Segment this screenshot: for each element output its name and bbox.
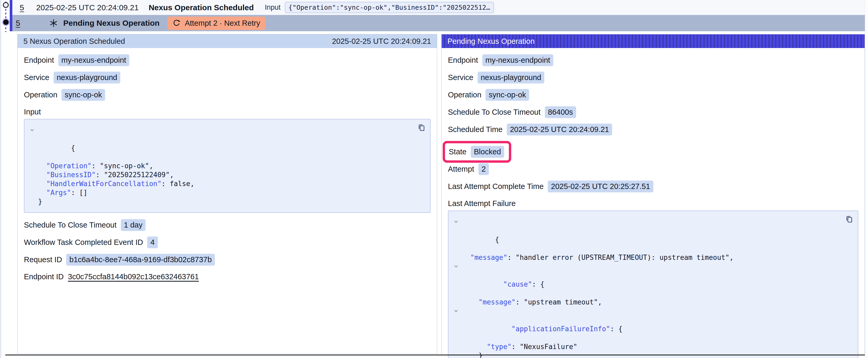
retry-icon bbox=[173, 19, 181, 27]
collapse-chevron-icon[interactable] bbox=[454, 308, 459, 313]
collapse-chevron-icon[interactable] bbox=[454, 219, 459, 224]
field-value: 86400s bbox=[545, 106, 576, 118]
field-label: Last Attempt Complete Time bbox=[448, 182, 544, 191]
field-row-service: Service nexus-playground bbox=[448, 72, 858, 84]
endpoint-id-link[interactable]: 3c0c75ccfa8144b092c13ce632463761 bbox=[68, 272, 199, 281]
event-id-link[interactable]: 5 bbox=[20, 3, 24, 12]
event-detail-panel: 5 Nexus Operation Scheduled 2025-02-25 U… bbox=[17, 34, 437, 354]
json-line: "BusinessID": "20250225122409", bbox=[28, 170, 423, 179]
field-row-schedule-to-close-timeout: Schedule To Close Timeout 86400s bbox=[448, 106, 858, 118]
json-line: } bbox=[28, 197, 423, 206]
json-line: "HandlerWaitForCancellation": false, bbox=[28, 179, 423, 188]
json-line: { bbox=[28, 126, 423, 161]
event-detail-title: 5 Nexus Operation Scheduled bbox=[23, 37, 125, 46]
field-label: Endpoint bbox=[24, 56, 54, 65]
event-name: Nexus Operation Scheduled bbox=[149, 3, 254, 12]
field-row-endpoint-id: Endpoint ID 3c0c75ccfa8144b092c13ce63246… bbox=[24, 271, 431, 282]
failure-section-label: Last Attempt Failure bbox=[448, 199, 516, 208]
collapse-chevron-icon[interactable] bbox=[454, 264, 459, 268]
event-detail-timestamp: 2025-02-25 UTC 20:24:09.21 bbox=[332, 37, 431, 46]
json-line: "message": "handler error (UPSTREAM_TIME… bbox=[452, 253, 851, 262]
json-line: { bbox=[452, 217, 851, 253]
field-value: 2 bbox=[478, 163, 489, 175]
field-value: sync-op-ok bbox=[61, 89, 105, 101]
json-line: "cause": { bbox=[452, 262, 851, 298]
pending-operation-header: Pending Nexus Operation bbox=[442, 34, 865, 48]
event-detail-header: 5 Nexus Operation Scheduled 2025-02-25 U… bbox=[18, 34, 437, 48]
field-label: Scheduled Time bbox=[448, 125, 502, 134]
failure-section-label-row: Last Attempt Failure bbox=[448, 198, 858, 209]
field-label: Workflow Task Completed Event ID bbox=[24, 238, 143, 247]
field-row-attempt: Attempt 2 bbox=[448, 163, 858, 175]
field-value: my-nexus-endpoint bbox=[58, 54, 129, 66]
field-label: Endpoint bbox=[448, 56, 478, 65]
field-label: Schedule To Close Timeout bbox=[24, 221, 117, 229]
field-row-state: State Blocked bbox=[448, 141, 858, 163]
timeline-open-node-icon bbox=[3, 2, 9, 8]
field-label: Service bbox=[24, 73, 50, 82]
timeline-selected-node-icon bbox=[3, 20, 9, 25]
state-annotation-highlight: State Blocked bbox=[443, 141, 511, 163]
field-value: my-nexus-endpoint bbox=[482, 54, 554, 66]
field-row-last-attempt-complete-time: Last Attempt Complete Time 2025-02-25 UT… bbox=[448, 181, 858, 192]
field-label: Attempt bbox=[448, 165, 474, 173]
event-timestamp: 2025-02-25 UTC 20:24:09.21 bbox=[36, 3, 139, 12]
field-row-scheduled-time: Scheduled Time 2025-02-25 UTC 20:24:09.2… bbox=[448, 124, 858, 135]
field-label: Endpoint ID bbox=[24, 272, 64, 281]
field-label: Operation bbox=[448, 91, 481, 99]
field-label: Request ID bbox=[24, 255, 62, 264]
attempt-retry-text: Attempt 2 · Next Retry bbox=[185, 19, 260, 28]
pending-event-id-link[interactable]: 5 bbox=[16, 19, 20, 28]
field-label: Schedule To Close Timeout bbox=[448, 108, 541, 117]
field-row-endpoint: Endpoint my-nexus-endpoint bbox=[24, 54, 431, 66]
failure-json-viewer: { "message": "handler error (UPSTREAM_TI… bbox=[448, 210, 858, 358]
event-row-nexus-operation-scheduled[interactable]: 5 2025-02-25 UTC 20:24:09.21 Nexus Opera… bbox=[12, 0, 865, 15]
expanded-row-bottom-border bbox=[5, 355, 865, 355]
field-value: nexus-playground bbox=[477, 72, 545, 84]
json-line: "Operation": "sync-op-ok", bbox=[28, 161, 423, 170]
pending-operation-row[interactable]: 5 Pending Nexus Operation Attempt 2 · Ne… bbox=[12, 15, 865, 31]
field-row-schedule-to-close-timeout: Schedule To Close Timeout 1 day bbox=[24, 219, 431, 231]
json-line: "message": "upstream timeout", bbox=[452, 298, 851, 306]
json-line: "Args": [] bbox=[28, 188, 423, 197]
field-value: 4 bbox=[147, 236, 158, 248]
field-label: Operation bbox=[24, 91, 57, 99]
field-label: State bbox=[449, 148, 467, 156]
collapse-chevron-icon[interactable] bbox=[30, 128, 34, 132]
json-line: "applicationFailureInfo": { bbox=[452, 306, 851, 342]
input-section-label-row: Input bbox=[24, 106, 431, 117]
field-label: Service bbox=[448, 73, 473, 82]
field-value: b1c6a4bc-8ee7-468a-9169-df3b02c8737b bbox=[66, 254, 215, 266]
event-input-label: Input bbox=[265, 3, 281, 11]
field-value: 1 day bbox=[121, 219, 146, 231]
field-row-operation: Operation sync-op-ok bbox=[448, 89, 858, 101]
field-value: 2025-02-25 UTC 20:24:09.21 bbox=[507, 124, 612, 135]
state-value-badge: Blocked bbox=[471, 146, 504, 158]
pending-operation-title: Pending Nexus Operation bbox=[447, 37, 535, 46]
scrollbar-track bbox=[865, 0, 868, 358]
field-row-service: Service nexus-playground bbox=[24, 72, 431, 84]
field-row-request-id: Request ID b1c6a4bc-8ee7-468a-9169-df3b0… bbox=[24, 254, 431, 266]
field-value: sync-op-ok bbox=[486, 89, 529, 101]
attempt-retry-badge: Attempt 2 · Next Retry bbox=[167, 17, 265, 30]
field-row-workflow-task-completed-event-id: Workflow Task Completed Event ID 4 bbox=[24, 236, 431, 248]
input-json-viewer: { "Operation": "sync-op-ok", "BusinessID… bbox=[24, 119, 431, 213]
pending-operation-detail-panel: Pending Nexus Operation Endpoint my-nexu… bbox=[441, 34, 865, 355]
page-left-border bbox=[1, 0, 1, 358]
field-value: nexus-playground bbox=[54, 72, 121, 84]
input-section-label: Input bbox=[24, 108, 41, 116]
event-input-preview: {"Operation":"sync-op-ok","BusinessID":"… bbox=[285, 2, 494, 13]
field-row-operation: Operation sync-op-ok bbox=[24, 89, 431, 101]
json-line: "type": "NexusFailure" bbox=[452, 342, 851, 351]
field-value: 2025-02-25 UTC 20:25:27.51 bbox=[548, 181, 653, 192]
pending-asterisk-icon bbox=[49, 19, 58, 28]
selected-event-accent-bar bbox=[10, 0, 12, 31]
pending-operation-name: Pending Nexus Operation bbox=[63, 19, 160, 28]
field-row-endpoint: Endpoint my-nexus-endpoint bbox=[448, 54, 858, 66]
